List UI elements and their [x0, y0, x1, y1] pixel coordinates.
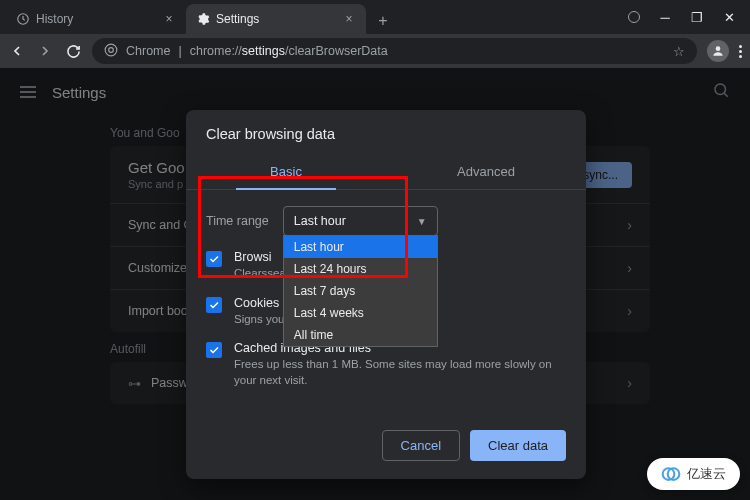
window-controls: ─ ❐ ✕: [628, 0, 750, 34]
url-scheme: Chrome: [126, 44, 170, 58]
url-separator: |: [178, 44, 181, 58]
new-tab-button[interactable]: +: [370, 8, 396, 34]
close-icon[interactable]: ×: [162, 12, 176, 26]
close-window-button[interactable]: ✕: [722, 10, 736, 25]
reload-button[interactable]: [64, 42, 82, 60]
item-desc: Frees up less than 1 MB. Some sites may …: [234, 357, 566, 388]
watermark-text: 亿速云: [687, 465, 726, 483]
profile-avatar[interactable]: [707, 40, 729, 62]
tab-strip: History × Settings × + ─ ❐ ✕: [0, 0, 750, 34]
dialog-title: Clear browsing data: [186, 110, 586, 154]
watermark-logo-icon: [661, 464, 681, 484]
browsing-history-checkbox[interactable]: [206, 251, 222, 267]
svg-point-1: [105, 44, 117, 56]
minimize-button[interactable]: ─: [658, 10, 672, 25]
tab-settings[interactable]: Settings ×: [186, 4, 366, 34]
chevron-down-icon: ▼: [417, 216, 427, 227]
browser-toolbar: Chrome | chrome://settings/clearBrowserD…: [0, 34, 750, 68]
maximize-button[interactable]: ❐: [690, 10, 704, 25]
time-range-select[interactable]: Last hour ▼ Last hour Last 24 hours Last…: [283, 206, 438, 236]
svg-point-3: [716, 46, 721, 51]
chrome-status-icon: [628, 11, 640, 23]
time-range-dropdown: Last hour Last 24 hours Last 7 days Last…: [283, 235, 438, 347]
tab-title: History: [36, 12, 156, 26]
gear-icon: [196, 12, 210, 26]
url-prefix: chrome://: [190, 44, 242, 58]
option-last-4-weeks[interactable]: Last 4 weeks: [284, 302, 437, 324]
cached-row: Cached images and files Frees up less th…: [206, 341, 566, 388]
browser-menu-button[interactable]: [739, 45, 742, 58]
tab-advanced[interactable]: Advanced: [386, 154, 586, 189]
tab-basic[interactable]: Basic: [186, 154, 386, 189]
svg-point-2: [109, 47, 114, 52]
watermark: 亿速云: [647, 458, 740, 490]
chrome-icon: [104, 43, 118, 60]
clear-browsing-data-dialog: Clear browsing data Basic Advanced Time …: [186, 110, 586, 479]
cached-checkbox[interactable]: [206, 342, 222, 358]
tab-title: Settings: [216, 12, 336, 26]
cookies-checkbox[interactable]: [206, 297, 222, 313]
option-last-24-hours[interactable]: Last 24 hours: [284, 258, 437, 280]
address-bar[interactable]: Chrome | chrome://settings/clearBrowserD…: [92, 38, 697, 64]
close-icon[interactable]: ×: [342, 12, 356, 26]
option-last-hour[interactable]: Last hour: [284, 236, 437, 258]
forward-button[interactable]: [36, 42, 54, 60]
history-icon: [16, 12, 30, 26]
select-value: Last hour: [294, 214, 346, 228]
url-path: settings: [242, 44, 285, 58]
clear-data-button[interactable]: Clear data: [470, 430, 566, 461]
bookmark-star-icon[interactable]: ☆: [673, 44, 685, 59]
dialog-tabs: Basic Advanced: [186, 154, 586, 190]
option-last-7-days[interactable]: Last 7 days: [284, 280, 437, 302]
url-suffix: /clearBrowserData: [285, 44, 388, 58]
option-all-time[interactable]: All time: [284, 324, 437, 346]
back-button[interactable]: [8, 42, 26, 60]
time-range-label: Time range: [206, 214, 269, 228]
cancel-button[interactable]: Cancel: [382, 430, 460, 461]
tab-history[interactable]: History ×: [6, 4, 186, 34]
